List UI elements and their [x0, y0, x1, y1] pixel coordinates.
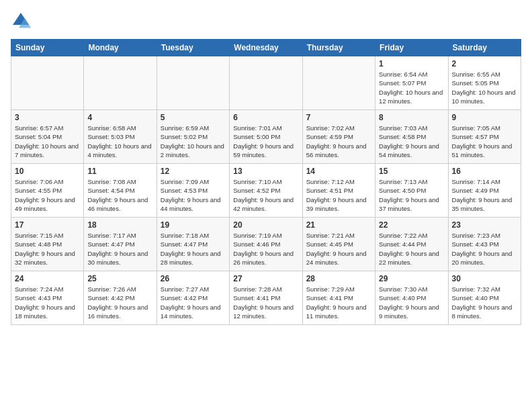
- calendar-cell: 24Sunrise: 7:24 AM Sunset: 4:43 PM Dayli…: [11, 271, 84, 325]
- day-info: Sunrise: 7:01 AM Sunset: 5:00 PM Dayligh…: [233, 124, 298, 159]
- calendar-cell: 27Sunrise: 7:28 AM Sunset: 4:41 PM Dayli…: [230, 271, 302, 325]
- day-info: Sunrise: 7:18 AM Sunset: 4:47 PM Dayligh…: [161, 231, 226, 267]
- day-number: 7: [306, 113, 371, 122]
- day-info: Sunrise: 6:54 AM Sunset: 5:07 PM Dayligh…: [379, 70, 444, 105]
- day-number: 3: [15, 113, 80, 122]
- calendar-week-4: 17Sunrise: 7:15 AM Sunset: 4:48 PM Dayli…: [11, 218, 521, 271]
- day-number: 1: [379, 59, 444, 68]
- day-header-monday: Monday: [84, 40, 157, 56]
- day-number: 21: [306, 220, 371, 230]
- calendar-header-row: SundayMondayTuesdayWednesdayThursdayFrid…: [11, 40, 521, 56]
- day-info: Sunrise: 7:26 AM Sunset: 4:42 PM Dayligh…: [87, 285, 152, 320]
- day-info: Sunrise: 7:05 AM Sunset: 4:57 PM Dayligh…: [452, 124, 517, 159]
- calendar-cell: [230, 56, 302, 110]
- calendar-cell: 23Sunrise: 7:23 AM Sunset: 4:43 PM Dayli…: [448, 218, 521, 271]
- calendar-cell: 21Sunrise: 7:21 AM Sunset: 4:45 PM Dayli…: [302, 218, 375, 271]
- day-info: Sunrise: 7:17 AM Sunset: 4:47 PM Dayligh…: [87, 231, 152, 267]
- calendar-cell: 16Sunrise: 7:14 AM Sunset: 4:49 PM Dayli…: [448, 164, 521, 218]
- calendar-cell: 25Sunrise: 7:26 AM Sunset: 4:42 PM Dayli…: [84, 271, 157, 325]
- calendar-cell: 18Sunrise: 7:17 AM Sunset: 4:47 PM Dayli…: [84, 218, 157, 271]
- calendar-cell: 29Sunrise: 7:30 AM Sunset: 4:40 PM Dayli…: [375, 271, 448, 325]
- day-number: 19: [161, 220, 226, 230]
- calendar-body: 1Sunrise: 6:54 AM Sunset: 5:07 PM Daylig…: [11, 56, 521, 325]
- day-number: 13: [233, 167, 298, 176]
- day-info: Sunrise: 6:57 AM Sunset: 5:04 PM Dayligh…: [15, 124, 80, 159]
- day-info: Sunrise: 7:15 AM Sunset: 4:48 PM Dayligh…: [15, 231, 80, 267]
- calendar-cell: 14Sunrise: 7:12 AM Sunset: 4:51 PM Dayli…: [302, 164, 375, 218]
- calendar-cell: 15Sunrise: 7:13 AM Sunset: 4:50 PM Dayli…: [375, 164, 448, 218]
- calendar-cell: [157, 56, 229, 110]
- day-info: Sunrise: 7:13 AM Sunset: 4:50 PM Dayligh…: [379, 177, 444, 213]
- day-number: 15: [379, 167, 444, 176]
- day-header-thursday: Thursday: [302, 40, 375, 56]
- day-number: 4: [87, 113, 152, 122]
- day-info: Sunrise: 7:02 AM Sunset: 4:59 PM Dayligh…: [306, 124, 371, 159]
- day-info: Sunrise: 7:14 AM Sunset: 4:49 PM Dayligh…: [452, 177, 517, 213]
- day-number: 29: [379, 274, 444, 283]
- day-number: 11: [87, 167, 152, 176]
- day-info: Sunrise: 7:24 AM Sunset: 4:43 PM Dayligh…: [15, 285, 80, 320]
- day-info: Sunrise: 6:58 AM Sunset: 5:03 PM Dayligh…: [87, 124, 152, 159]
- day-header-friday: Friday: [375, 40, 448, 56]
- calendar-cell: 30Sunrise: 7:32 AM Sunset: 4:40 PM Dayli…: [448, 271, 521, 325]
- calendar-cell: 7Sunrise: 7:02 AM Sunset: 4:59 PM Daylig…: [302, 110, 375, 164]
- day-info: Sunrise: 7:12 AM Sunset: 4:51 PM Dayligh…: [306, 177, 371, 213]
- calendar-cell: 3Sunrise: 6:57 AM Sunset: 5:04 PM Daylig…: [11, 110, 84, 164]
- day-info: Sunrise: 7:30 AM Sunset: 4:40 PM Dayligh…: [379, 285, 444, 320]
- day-number: 24: [15, 274, 80, 283]
- logo: [11, 11, 34, 31]
- day-number: 9: [452, 113, 517, 122]
- calendar-cell: 28Sunrise: 7:29 AM Sunset: 4:41 PM Dayli…: [302, 271, 375, 325]
- day-info: Sunrise: 7:29 AM Sunset: 4:41 PM Dayligh…: [306, 285, 371, 320]
- day-number: 22: [379, 220, 444, 230]
- day-number: 12: [161, 167, 226, 176]
- calendar-cell: 26Sunrise: 7:27 AM Sunset: 4:42 PM Dayli…: [157, 271, 229, 325]
- day-info: Sunrise: 6:59 AM Sunset: 5:02 PM Dayligh…: [161, 124, 226, 159]
- calendar-cell: 5Sunrise: 6:59 AM Sunset: 5:02 PM Daylig…: [157, 110, 229, 164]
- calendar-week-5: 24Sunrise: 7:24 AM Sunset: 4:43 PM Dayli…: [11, 271, 521, 325]
- day-info: Sunrise: 7:08 AM Sunset: 4:54 PM Dayligh…: [87, 177, 152, 213]
- day-info: Sunrise: 7:06 AM Sunset: 4:55 PM Dayligh…: [15, 177, 80, 213]
- day-number: 26: [161, 274, 226, 283]
- calendar-cell: [11, 56, 84, 110]
- calendar-cell: 11Sunrise: 7:08 AM Sunset: 4:54 PM Dayli…: [84, 164, 157, 218]
- day-header-saturday: Saturday: [448, 40, 521, 56]
- day-number: 8: [379, 113, 444, 122]
- day-number: 17: [15, 220, 80, 230]
- day-info: Sunrise: 7:32 AM Sunset: 4:40 PM Dayligh…: [452, 285, 517, 320]
- day-number: 28: [306, 274, 371, 283]
- day-number: 14: [306, 167, 371, 176]
- calendar-week-3: 10Sunrise: 7:06 AM Sunset: 4:55 PM Dayli…: [11, 164, 521, 218]
- day-number: 10: [15, 167, 80, 176]
- day-info: Sunrise: 6:55 AM Sunset: 5:05 PM Dayligh…: [452, 70, 517, 105]
- calendar-table: SundayMondayTuesdayWednesdayThursdayFrid…: [11, 39, 521, 325]
- calendar-cell: 19Sunrise: 7:18 AM Sunset: 4:47 PM Dayli…: [157, 218, 229, 271]
- day-number: 5: [161, 113, 226, 122]
- day-info: Sunrise: 7:23 AM Sunset: 4:43 PM Dayligh…: [452, 231, 517, 267]
- calendar-cell: 2Sunrise: 6:55 AM Sunset: 5:05 PM Daylig…: [448, 56, 521, 110]
- calendar-cell: 17Sunrise: 7:15 AM Sunset: 4:48 PM Dayli…: [11, 218, 84, 271]
- calendar-cell: 4Sunrise: 6:58 AM Sunset: 5:03 PM Daylig…: [84, 110, 157, 164]
- day-header-wednesday: Wednesday: [230, 40, 302, 56]
- day-info: Sunrise: 7:21 AM Sunset: 4:45 PM Dayligh…: [306, 231, 371, 267]
- calendar-cell: 22Sunrise: 7:22 AM Sunset: 4:44 PM Dayli…: [375, 218, 448, 271]
- day-info: Sunrise: 7:27 AM Sunset: 4:42 PM Dayligh…: [161, 285, 226, 320]
- calendar-cell: 20Sunrise: 7:19 AM Sunset: 4:46 PM Dayli…: [230, 218, 302, 271]
- calendar-cell: 12Sunrise: 7:09 AM Sunset: 4:53 PM Dayli…: [157, 164, 229, 218]
- day-info: Sunrise: 7:03 AM Sunset: 4:58 PM Dayligh…: [379, 124, 444, 159]
- calendar-cell: 13Sunrise: 7:10 AM Sunset: 4:52 PM Dayli…: [230, 164, 302, 218]
- calendar-cell: 8Sunrise: 7:03 AM Sunset: 4:58 PM Daylig…: [375, 110, 448, 164]
- calendar-cell: [84, 56, 157, 110]
- day-header-sunday: Sunday: [11, 40, 84, 56]
- day-info: Sunrise: 7:28 AM Sunset: 4:41 PM Dayligh…: [233, 285, 298, 320]
- day-info: Sunrise: 7:10 AM Sunset: 4:52 PM Dayligh…: [233, 177, 298, 213]
- day-info: Sunrise: 7:22 AM Sunset: 4:44 PM Dayligh…: [379, 231, 444, 267]
- calendar-cell: 10Sunrise: 7:06 AM Sunset: 4:55 PM Dayli…: [11, 164, 84, 218]
- day-number: 30: [452, 274, 517, 283]
- day-number: 2: [452, 59, 517, 68]
- day-number: 18: [87, 220, 152, 230]
- logo-icon: [11, 11, 31, 31]
- calendar-week-1: 1Sunrise: 6:54 AM Sunset: 5:07 PM Daylig…: [11, 56, 521, 110]
- day-number: 20: [233, 220, 298, 230]
- page-header: [11, 11, 521, 31]
